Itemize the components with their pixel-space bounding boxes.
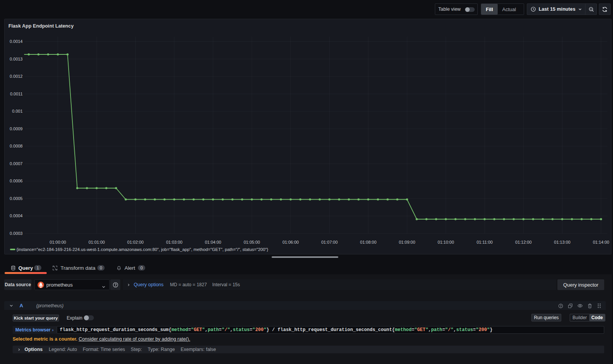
svg-text:01:03:00: 01:03:00 <box>166 240 182 244</box>
svg-text:0.0004: 0.0004 <box>10 213 23 218</box>
svg-text:0.0009: 0.0009 <box>10 126 23 131</box>
svg-text:01:09:00: 01:09:00 <box>399 240 415 244</box>
svg-text:0.0003: 0.0003 <box>10 231 23 236</box>
svg-text:0.0006: 0.0006 <box>10 179 23 183</box>
svg-text:01:14:00: 01:14:00 <box>593 240 609 244</box>
svg-text:0.001: 0.001 <box>12 109 23 113</box>
svg-text:01:04:00: 01:04:00 <box>205 240 221 244</box>
svg-text:01:01:00: 01:01:00 <box>89 240 105 244</box>
svg-text:{instance="ec2-184-169-216-224: {instance="ec2-184-169-216-224.us-west-1… <box>16 247 268 252</box>
svg-text:01:00:00: 01:00:00 <box>50 240 66 244</box>
svg-text:0.0011: 0.0011 <box>10 92 23 96</box>
svg-text:0.0013: 0.0013 <box>10 57 23 61</box>
svg-text:01:12:00: 01:12:00 <box>515 240 532 244</box>
svg-text:01:06:00: 01:06:00 <box>282 240 299 244</box>
svg-text:01:11:00: 01:11:00 <box>477 240 493 244</box>
svg-text:0.0005: 0.0005 <box>10 196 23 201</box>
svg-text:01:13:00: 01:13:00 <box>554 240 570 244</box>
svg-text:01:02:00: 01:02:00 <box>127 240 144 244</box>
svg-text:01:05:00: 01:05:00 <box>244 240 260 244</box>
svg-text:0.0008: 0.0008 <box>10 144 23 148</box>
svg-text:01:10:00: 01:10:00 <box>438 240 454 244</box>
svg-text:01:07:00: 01:07:00 <box>321 240 338 244</box>
svg-text:0.0014: 0.0014 <box>10 39 23 44</box>
svg-text:0.0012: 0.0012 <box>10 74 23 79</box>
svg-text:01:08:00: 01:08:00 <box>360 240 377 244</box>
svg-text:0.0007: 0.0007 <box>10 161 23 166</box>
